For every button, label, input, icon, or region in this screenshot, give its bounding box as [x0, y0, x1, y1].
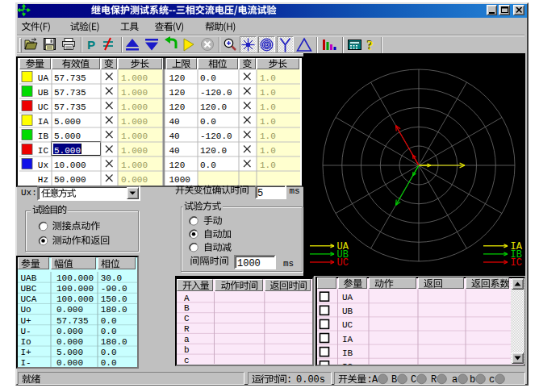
- svg-text:57.735: 57.735: [56, 316, 89, 326]
- svg-text:100.000: 100.000: [56, 273, 94, 283]
- svg-text:180.0: 180.0: [101, 305, 127, 315]
- svg-text:0.000: 0.000: [56, 337, 83, 347]
- svg-text:0.0: 0.0: [200, 73, 216, 83]
- svg-text:0.0: 0.0: [101, 348, 117, 357]
- svg-text:1.000: 1.000: [121, 88, 148, 98]
- svg-text:57.735: 57.735: [54, 73, 86, 83]
- svg-text:1.0: 1.0: [260, 146, 276, 156]
- svg-text:IB: IB: [342, 348, 353, 358]
- svg-text:-120.0: -120.0: [200, 131, 232, 141]
- svg-text:c: c: [184, 356, 190, 365]
- svg-text:Uo: Uo: [21, 305, 31, 315]
- svg-text:UA: UA: [38, 73, 49, 83]
- svg-text:ms: ms: [290, 186, 300, 196]
- svg-text:120: 120: [169, 88, 186, 98]
- svg-text:1000: 1000: [237, 258, 261, 269]
- svg-text:0.000: 0.000: [56, 358, 83, 368]
- svg-text:120.0: 120.0: [200, 146, 227, 156]
- svg-text:Ux:: Ux:: [21, 188, 37, 198]
- svg-text:180.0: 180.0: [101, 337, 127, 347]
- svg-text:0.0: 0.0: [200, 117, 216, 127]
- svg-text:Io: Io: [21, 337, 31, 347]
- svg-text:R: R: [431, 374, 437, 386]
- svg-text:1.0: 1.0: [260, 73, 276, 83]
- svg-text:5.000: 5.000: [54, 117, 81, 127]
- svg-text:UB: UB: [38, 88, 49, 98]
- svg-text:120.0: 120.0: [200, 102, 227, 112]
- svg-text:B: B: [391, 374, 397, 386]
- svg-text:P: P: [87, 38, 95, 52]
- svg-text:I-: I-: [21, 358, 31, 368]
- svg-text:-90.0: -90.0: [101, 284, 127, 294]
- svg-text:5.000: 5.000: [56, 348, 83, 357]
- svg-text:UCA: UCA: [21, 294, 37, 304]
- svg-text:100.000: 100.000: [56, 294, 94, 304]
- svg-text:IC: IC: [38, 146, 49, 156]
- svg-text:a: a: [184, 335, 190, 344]
- svg-text:40: 40: [169, 131, 180, 141]
- svg-text:100.000: 100.000: [56, 284, 94, 294]
- svg-text:120: 120: [169, 102, 186, 112]
- svg-text:IA: IA: [342, 335, 353, 344]
- svg-text:120: 120: [169, 161, 186, 170]
- svg-text:150.0: 150.0: [101, 294, 127, 304]
- svg-text:Hz: Hz: [38, 175, 48, 185]
- svg-text:10.000: 10.000: [54, 161, 86, 170]
- svg-text:b: b: [470, 374, 475, 386]
- svg-text:1.0: 1.0: [260, 131, 276, 141]
- svg-text:1.000: 1.000: [121, 161, 148, 170]
- svg-text:1.0: 1.0: [260, 117, 276, 127]
- svg-text:UB: UB: [342, 307, 353, 316]
- svg-text:57.735: 57.735: [54, 102, 86, 112]
- svg-text:UBC: UBC: [21, 284, 37, 294]
- svg-text:U-: U-: [21, 327, 31, 336]
- svg-text:A: A: [184, 294, 190, 303]
- svg-text:c: c: [489, 374, 495, 386]
- svg-text:UA: UA: [342, 293, 353, 302]
- svg-text:0.00s: 0.00s: [296, 374, 325, 386]
- svg-text:1.000: 1.000: [121, 102, 148, 112]
- svg-text:R: R: [184, 324, 190, 334]
- svg-text:1.000: 1.000: [121, 73, 148, 83]
- svg-text:0.000: 0.000: [121, 175, 148, 185]
- svg-text:0.000: 0.000: [56, 305, 83, 315]
- svg-text:C: C: [184, 314, 190, 323]
- svg-text:1.0: 1.0: [260, 88, 276, 98]
- svg-text:UC: UC: [38, 102, 49, 112]
- svg-text:I+: I+: [21, 348, 31, 357]
- svg-text:B: B: [184, 303, 190, 313]
- svg-text:5.000: 5.000: [54, 146, 81, 156]
- svg-text:IA: IA: [38, 117, 49, 127]
- svg-text:UAB: UAB: [21, 273, 37, 283]
- svg-text:UC: UC: [337, 257, 349, 269]
- svg-text:C: C: [411, 374, 416, 386]
- svg-text:1.0: 1.0: [260, 161, 276, 170]
- svg-text:0.0: 0.0: [200, 161, 216, 170]
- svg-text:IB: IB: [38, 131, 49, 141]
- svg-text:1.000: 1.000: [121, 131, 148, 141]
- svg-text:?: ?: [367, 39, 374, 52]
- svg-text:b: b: [184, 345, 190, 355]
- svg-text:1.0: 1.0: [260, 102, 276, 112]
- svg-text:5: 5: [257, 188, 263, 199]
- svg-text:120: 120: [169, 73, 186, 83]
- svg-text:1.000: 1.000: [121, 117, 148, 127]
- svg-text:50.000: 50.000: [54, 175, 86, 185]
- svg-text:0.000: 0.000: [56, 327, 83, 336]
- svg-text:U+: U+: [21, 316, 31, 326]
- svg-text:0.0: 0.0: [101, 316, 117, 326]
- svg-text:1000: 1000: [169, 175, 190, 185]
- svg-text:UC: UC: [342, 320, 353, 330]
- svg-text:57.735: 57.735: [54, 88, 86, 98]
- svg-text:0.0: 0.0: [101, 327, 117, 336]
- svg-text:40: 40: [169, 146, 180, 156]
- svg-text:0.0: 0.0: [101, 358, 117, 368]
- svg-text:IC: IC: [342, 362, 353, 372]
- svg-text:1.000: 1.000: [121, 146, 148, 156]
- svg-text:30.0: 30.0: [101, 273, 122, 283]
- svg-text:A: A: [372, 374, 378, 386]
- svg-text:IC: IC: [511, 257, 522, 269]
- svg-text:5.000: 5.000: [54, 131, 81, 141]
- svg-text::: :: [286, 374, 292, 386]
- svg-text:Ux: Ux: [38, 161, 49, 170]
